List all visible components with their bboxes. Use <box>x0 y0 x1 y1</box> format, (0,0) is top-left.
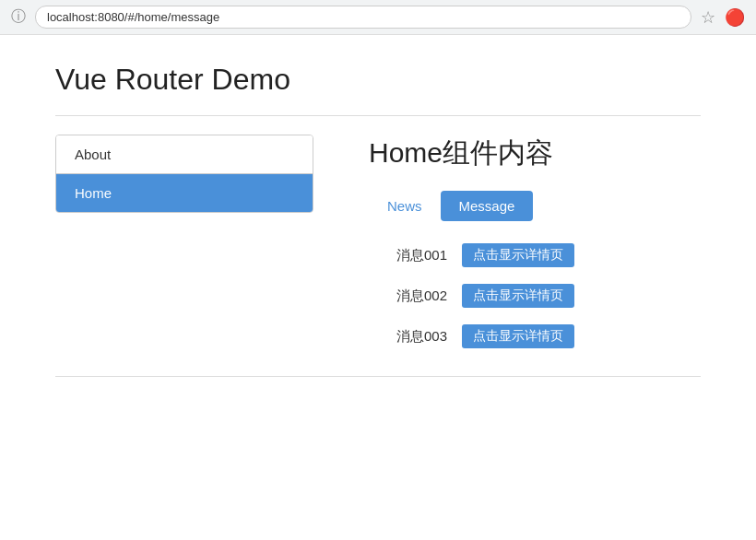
address-bar[interactable] <box>35 6 691 29</box>
page-title: Vue Router Demo <box>55 63 701 97</box>
main-content-area: Home组件内容 News Message 消息001 点击显示详情页 消息00… <box>369 135 701 348</box>
list-item: 消息001 点击显示详情页 <box>396 243 701 267</box>
home-component-title: Home组件内容 <box>369 135 701 172</box>
bottom-divider <box>55 376 701 377</box>
sidebar-item-home[interactable]: Home <box>56 174 313 212</box>
message-text-1: 消息001 <box>396 247 447 264</box>
tab-message[interactable]: Message <box>441 191 534 221</box>
detail-button-2[interactable]: 点击显示详情页 <box>462 284 574 308</box>
list-item: 消息003 点击显示详情页 <box>396 324 701 348</box>
ext-icon[interactable]: 🔴 <box>725 7 745 28</box>
detail-button-1[interactable]: 点击显示详情页 <box>462 243 574 267</box>
sub-tabs: News Message <box>369 191 701 221</box>
page-content: Vue Router Demo About Home Home组件内容 News… <box>0 35 756 405</box>
star-icon[interactable]: ☆ <box>701 7 715 28</box>
top-divider <box>55 115 701 116</box>
list-item: 消息002 点击显示详情页 <box>396 284 701 308</box>
message-list: 消息001 点击显示详情页 消息002 点击显示详情页 消息003 点击显示详情… <box>369 243 701 348</box>
browser-chrome: ⓘ ☆ 🔴 <box>0 0 756 35</box>
message-text-2: 消息002 <box>396 288 447 305</box>
sidebar-item-about[interactable]: About <box>56 135 313 174</box>
info-icon[interactable]: ⓘ <box>11 7 26 27</box>
message-text-3: 消息003 <box>396 328 447 346</box>
detail-button-3[interactable]: 点击显示详情页 <box>462 324 574 348</box>
main-layout: About Home Home组件内容 News Message 消息00 <box>55 135 701 348</box>
sidebar-nav: About Home <box>55 135 313 213</box>
tab-news[interactable]: News <box>369 191 441 221</box>
